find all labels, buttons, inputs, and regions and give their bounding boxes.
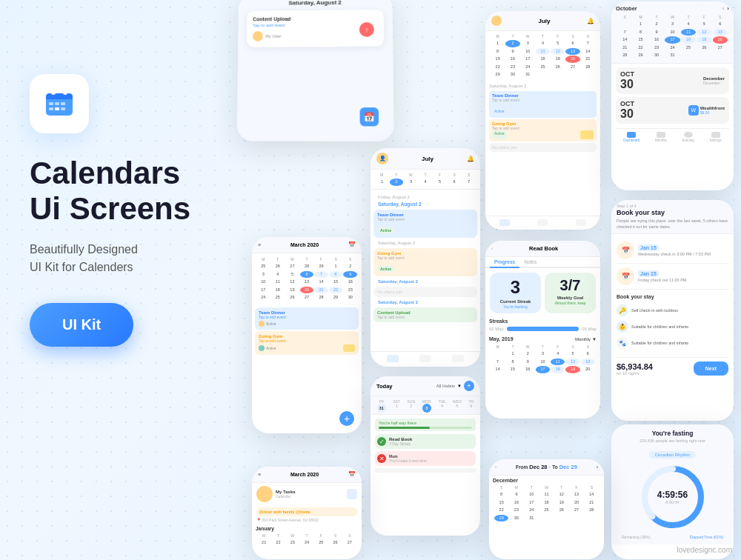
screen-today: Today All Habits ▼ + FR 31 SAT 1 SUN 2: [370, 376, 480, 536]
fasting-time-sub: 8:00:04: [657, 500, 688, 504]
event-going-gym: Going Gym Tap to edit event Active: [255, 331, 359, 355]
october-bottom-nav: Dashboard Monthly Evening Settings: [616, 128, 729, 142]
progress-bar-bg: [379, 427, 472, 429]
svg-rect-4: [46, 96, 73, 99]
may-label: Streaks: [489, 319, 508, 324]
july-grid-dinner: Team Dinner Tap to add event Active: [489, 91, 597, 118]
may-nav: From Dec 28 › To Dec 29: [516, 464, 577, 470]
checkout-icon: 📅: [617, 267, 634, 285]
july-event-gym: Going Gym Tap to add event Active: [373, 248, 477, 276]
july-event-dinner: Team Dinner Tap to add event Active: [373, 210, 477, 238]
nav-icon-3: [452, 355, 464, 362]
today-header: Today All Habits ▼ +: [370, 376, 480, 396]
screen-july-grid: July 🔔 M T W T F S S 1 2 3 4 5 6 7 8 9: [485, 11, 600, 230]
fasting-subtitle: 229,836 people are fasting right now: [617, 439, 728, 443]
screen-march: ≡ March 2020 📅 M T W T F S S 25 26 27 28…: [252, 237, 362, 433]
october-nav: ‹ ›: [722, 5, 729, 12]
upload-icon: ↑: [359, 22, 374, 37]
today-title: Today: [376, 383, 393, 390]
svg-rect-10: [49, 107, 53, 110]
bottom-cal-icon: 📅: [360, 107, 379, 126]
march2-header: ≡ March 2020 📅: [252, 467, 362, 483]
check-icon: ✓: [377, 437, 386, 446]
screen-top-large: Saturday, August 2 Content Upload Tap to…: [237, 0, 394, 141]
fasting-timer: 4:59:56 8:00:04: [639, 464, 706, 530]
check-out-row: 📅 Jan 15 Friday check out 11:00 PM: [617, 264, 728, 290]
svg-point-5: [51, 90, 56, 95]
screen-july-list: 👤 July 🔔 M T W T F S S 1 2 3 4 5 6 7: [370, 148, 480, 367]
today-add-btn[interactable]: +: [464, 381, 474, 391]
progress-text: You're half way there: [379, 421, 472, 425]
svg-rect-7: [49, 102, 53, 105]
amenity-icon-2: 👶: [617, 321, 628, 333]
july-avatar: 👤: [376, 153, 388, 164]
calendar-icon: [43, 87, 76, 120]
evening-icon: [684, 132, 693, 138]
may-header: ‹ From Dec 28 › To Dec 29 ›: [489, 459, 604, 476]
tab-notes[interactable]: Notes: [519, 257, 541, 267]
amenity-2: 👶 Suitable for children and infants: [617, 319, 728, 335]
march-month: March 2020: [290, 242, 319, 247]
booking-footer: $6,934.84 for 16 nights Next: [617, 357, 728, 376]
screen-march2: ≡ March 2020 📅 My Tasks Calendar Dinner …: [252, 467, 362, 559]
july-no-plans: No plans yet: [373, 287, 477, 297]
screen-may: ‹ From Dec 28 › To Dec 29 › December S M…: [489, 459, 604, 559]
streaks-dates: 02 May 05 May: [489, 327, 597, 331]
booking-title: Book your stay: [617, 209, 728, 216]
wealthfront-icon: W: [688, 105, 699, 116]
nav-icon-1: [387, 355, 399, 362]
check-in-row: 📅 Jan 15 Wednesday check in 3:00 PM / 7:…: [617, 238, 728, 264]
screen-booking: Step 1 of 4 Book your stay People are tr…: [611, 200, 734, 421]
july-no-plans: No plans yet: [489, 143, 597, 152]
current-streak-label: Current Streak: [494, 299, 536, 304]
booking-nights: for 16 nights: [617, 371, 653, 376]
screen-readbook: ‹ Read Book Progress Notes 3 Current Str…: [485, 241, 600, 419]
add-button[interactable]: +: [339, 411, 354, 426]
weekly-goal-sub: Almost there, keep: [549, 301, 591, 305]
svg-rect-11: [55, 107, 59, 110]
may2019-label: May, 2019: [489, 336, 514, 341]
amenity-icon-1: 🔑: [617, 304, 628, 316]
monthly-icon: [657, 132, 665, 138]
oct-30-card1: OCT 30 December December: [616, 67, 729, 94]
weekly-goal-label: Weekly Goal: [549, 296, 591, 300]
july-event-upload: Content Upload Tap to add event: [373, 307, 477, 322]
svg-rect-12: [61, 107, 65, 110]
progress-bar-fill: [379, 427, 430, 429]
book-stay-section: Book your stay 🔑 Self check-in with lock…: [617, 294, 728, 351]
booking-desc: People are trying this place: over the l…: [617, 219, 728, 230]
amenity-1: 🔑 Self check-in with lockbox: [617, 302, 728, 319]
readbook-header: ‹ Read Book: [485, 241, 600, 257]
svg-rect-8: [55, 102, 59, 105]
july-bottom-nav: [485, 216, 600, 226]
habit-run: ✕ Run You'll make it next time: [375, 451, 476, 466]
all-habits: All Habits: [436, 384, 455, 388]
july-month: July: [422, 156, 433, 162]
checkin-icon: 📅: [617, 241, 634, 259]
habit-read-book: ✓ Read Book 3 Day Streak: [375, 434, 476, 449]
march2-avatar: [256, 486, 273, 502]
subtitle: Beautifully Designed UI Kit for Calender…: [30, 241, 230, 276]
subtitle-line2: UI Kit for Calenders: [30, 261, 133, 273]
page-container: Calendars Ui Screens Beautifully Designe…: [0, 0, 741, 560]
dashboard-icon: [627, 132, 636, 138]
watermark: lovedesignc.com: [677, 546, 732, 554]
booking-step: Step 1 of 4: [617, 204, 728, 208]
app-icon: [30, 74, 89, 133]
left-panel: Calendars Ui Screens Beautifully Designe…: [30, 74, 230, 347]
bottom-nav: [370, 351, 480, 362]
next-button[interactable]: Next: [694, 361, 728, 376]
weekly-goal-num: 3/7: [549, 277, 591, 294]
booking-price: $6,934.84: [617, 362, 653, 371]
october-title: October: [616, 5, 637, 12]
july-grid-gym: Going Gym Tap to add event Active: [489, 119, 597, 141]
hide-completed[interactable]: [375, 468, 476, 473]
ui-kit-button[interactable]: UI Kit: [30, 303, 133, 347]
gym-icon: [580, 130, 594, 139]
july-grid-header: July 🔔: [485, 11, 600, 31]
tab-progress[interactable]: Progress: [490, 257, 519, 268]
amenity-icon-3: 🐾: [617, 337, 628, 349]
checkin-time: Wednesday check in 3:00 PM / 7:03 PM: [638, 252, 711, 256]
monthly-selector: Monthly ▼: [575, 337, 597, 341]
july-list-header: 👤 July 🔔: [370, 148, 480, 170]
